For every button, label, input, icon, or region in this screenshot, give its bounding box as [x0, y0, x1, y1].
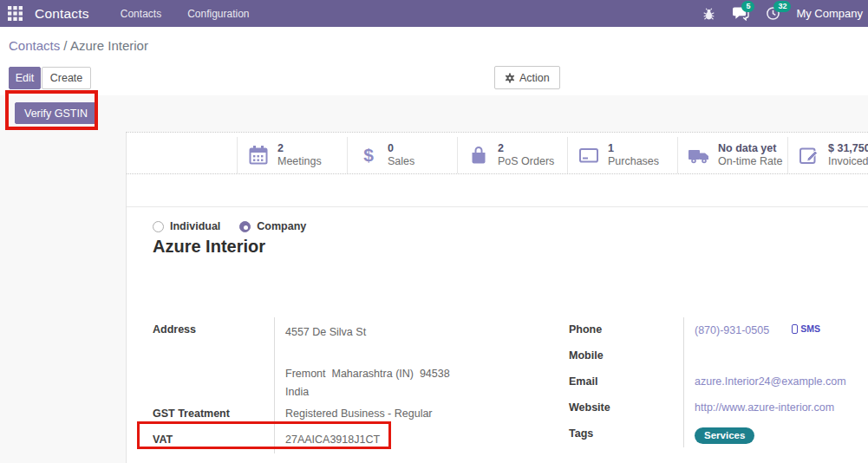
form-sheet: 2 Meetings $ 0 Sales	[126, 132, 868, 463]
company-type-selector: Individual Company	[153, 220, 306, 232]
mobile-phone-icon	[792, 324, 798, 334]
contact-name-title: Azure Interior	[153, 237, 265, 257]
messages-icon[interactable]: 5	[732, 5, 749, 23]
field-row-mobile: Mobile	[569, 343, 868, 369]
breadcrumb-current: Azure Interior	[70, 38, 148, 53]
shopping-bag-icon	[467, 145, 490, 166]
credit-card-icon	[578, 145, 600, 166]
address-street: 4557 De Silva St	[285, 323, 525, 342]
field-row-address: Address 4557 De Silva St Fremont Maharas…	[153, 317, 525, 401]
stat-button-pos-orders[interactable]: 2 PoS Orders	[457, 137, 567, 173]
send-sms-button[interactable]: SMS	[792, 323, 820, 334]
top-menu: Contacts Configuration	[121, 8, 250, 20]
address-street2	[285, 342, 525, 365]
stat-value: 2	[277, 142, 322, 155]
top-navbar: Contacts Contacts Configuration	[0, 0, 868, 27]
tags-label: Tags	[569, 421, 683, 447]
stat-label: Invoiced	[828, 155, 868, 168]
website-label: Website	[569, 395, 683, 421]
stat-value: $ 31,750.0	[828, 142, 868, 155]
edit-button[interactable]: Edit	[9, 67, 41, 89]
company-switcher[interactable]: My Company	[796, 7, 863, 20]
phone-label: Phone	[569, 317, 683, 343]
activities-count-badge: 32	[773, 1, 791, 12]
breadcrumb-contacts-link[interactable]: Contacts	[9, 38, 60, 53]
stat-value: 0	[388, 142, 414, 155]
breadcrumb-separator: /	[60, 38, 70, 53]
field-row-phone: Phone (870)-931-0505SMS	[569, 317, 868, 343]
radio-individual-circle[interactable]	[153, 221, 164, 232]
gear-icon	[505, 73, 515, 83]
field-row-website: Website http://www.azure-interior.com	[569, 395, 868, 421]
mobile-value	[683, 343, 868, 369]
action-button-label: Action	[519, 72, 550, 84]
stat-label: Meetings	[277, 155, 322, 168]
address-city-state-zip: Fremont Maharashtra (IN) 94538	[285, 365, 525, 383]
sms-label: SMS	[800, 323, 820, 334]
field-group-left: Address 4557 De Silva St Fremont Maharas…	[153, 317, 525, 453]
navbar-systray: 5 32 My Company	[700, 0, 868, 27]
create-button[interactable]: Create	[42, 67, 91, 89]
apps-grid-icon[interactable]	[0, 0, 29, 27]
email-label: Email	[569, 369, 683, 395]
address-country: India	[285, 383, 525, 401]
website-link[interactable]: http://www.azure-interior.com	[695, 401, 834, 414]
radio-individual-label: Individual	[170, 220, 220, 232]
gst-treatment-value: Registered Business - Regular	[274, 401, 525, 427]
stat-label: Sales	[388, 155, 414, 168]
breadcrumb: Contacts / Azure Interior	[9, 38, 148, 53]
stat-button-purchases[interactable]: 1 Purchases	[567, 137, 677, 173]
sheet-divider	[127, 206, 868, 207]
action-button[interactable]: Action	[494, 66, 560, 89]
tag-services: Services	[695, 427, 754, 444]
bug-icon[interactable]	[700, 5, 717, 23]
stat-value: 1	[608, 142, 659, 155]
stat-label: Purchases	[608, 155, 659, 168]
activity-clock-icon[interactable]: 32	[764, 5, 781, 23]
phone-link[interactable]: (870)-931-0505	[695, 324, 769, 336]
radio-company[interactable]: Company	[239, 220, 306, 232]
field-group-right: Phone (870)-931-0505SMS Mobile Email azu…	[569, 317, 868, 447]
gst-treatment-label: GST Treatment	[153, 401, 274, 427]
app-title[interactable]: Contacts	[35, 6, 89, 22]
stat-label: On-time Rate	[718, 155, 782, 168]
field-row-email: Email azure.Interior24@example.com	[569, 369, 868, 395]
calendar-icon	[247, 145, 270, 166]
field-row-tags: Tags Services	[569, 421, 868, 447]
stat-button-ontime-rate[interactable]: No data yet On-time Rate	[677, 137, 787, 173]
stat-value: No data yet	[718, 142, 782, 155]
email-link[interactable]: azure.Interior24@example.com	[695, 375, 846, 388]
messages-count-badge: 5	[741, 1, 754, 12]
vat-value: 27AAICA3918J1CT	[274, 427, 525, 453]
dollar-icon: $	[357, 147, 380, 164]
field-row-vat: VAT 27AAICA3918J1CT	[153, 427, 525, 453]
truck-icon	[688, 145, 710, 166]
radio-individual[interactable]: Individual	[153, 220, 220, 232]
stat-value: 2	[498, 142, 554, 155]
stat-label: PoS Orders	[498, 155, 554, 168]
menu-contacts[interactable]: Contacts	[121, 8, 161, 20]
radio-company-circle[interactable]	[239, 221, 251, 232]
stat-button-sales[interactable]: $ 0 Sales	[347, 137, 457, 173]
stat-button-row: 2 Meetings $ 0 Sales	[127, 137, 868, 174]
radio-company-label: Company	[257, 220, 306, 232]
stat-button-invoiced[interactable]: $ 31,750.0 Invoiced	[787, 137, 868, 173]
address-label: Address	[153, 317, 274, 401]
field-row-gst-treatment: GST Treatment Registered Business - Regu…	[153, 401, 525, 427]
stat-button-meetings[interactable]: 2 Meetings	[237, 137, 347, 173]
pencil-square-icon	[798, 145, 820, 166]
vat-label: VAT	[153, 427, 274, 453]
menu-configuration[interactable]: Configuration	[187, 8, 249, 20]
mobile-label: Mobile	[569, 343, 683, 369]
contacts-app-window: Contacts Contacts Configuration	[0, 0, 868, 463]
verify-gstin-button[interactable]: Verify GSTIN	[15, 102, 97, 124]
